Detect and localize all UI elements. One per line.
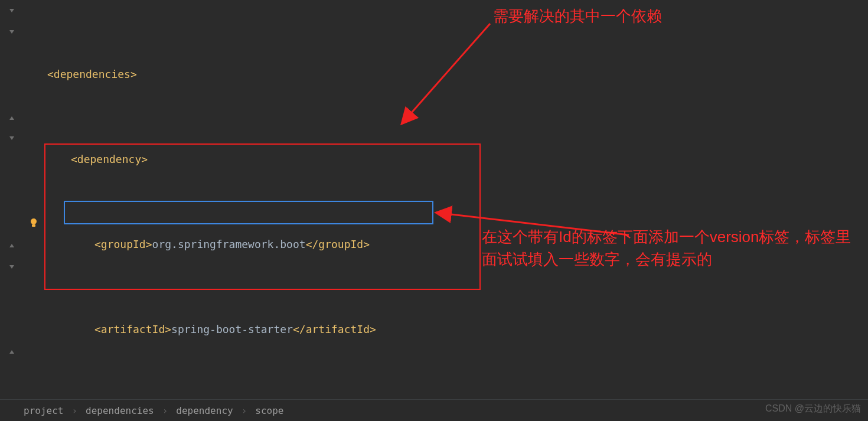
breadcrumb[interactable]: project › dependencies › dependency › sc… — [0, 399, 868, 421]
fold-close-icon[interactable] — [8, 242, 15, 249]
fold-icon[interactable] — [8, 263, 15, 270]
chevron-right-icon: › — [162, 405, 168, 416]
gutter — [0, 0, 24, 390]
breadcrumb-item[interactable]: project — [24, 405, 63, 416]
code-line: <dependencies> — [24, 64, 868, 85]
fold-icon[interactable] — [8, 28, 15, 35]
editor-pane[interactable]: <dependencies> <dependency> <groupId>org… — [0, 0, 868, 390]
chevron-right-icon: › — [71, 405, 77, 416]
breadcrumb-item[interactable]: scope — [255, 405, 283, 416]
code-line: <dependency> — [24, 149, 868, 170]
code-line: <artifactId>spring-boot-starter</artifac… — [24, 319, 868, 340]
fold-close-icon[interactable] — [8, 348, 15, 355]
fold-icon[interactable] — [8, 135, 15, 142]
fold-close-icon[interactable] — [8, 115, 15, 122]
fold-icon[interactable] — [8, 7, 15, 14]
breadcrumb-item[interactable]: dependencies — [86, 405, 154, 416]
code-area[interactable]: <dependencies> <dependency> <groupId>org… — [24, 0, 868, 390]
watermark: CSDN @云边的快乐猫 — [765, 403, 861, 415]
chevron-right-icon: › — [242, 405, 247, 416]
code-line: <groupId>org.springframework.boot</group… — [24, 234, 868, 255]
breadcrumb-item[interactable]: dependency — [176, 405, 233, 416]
